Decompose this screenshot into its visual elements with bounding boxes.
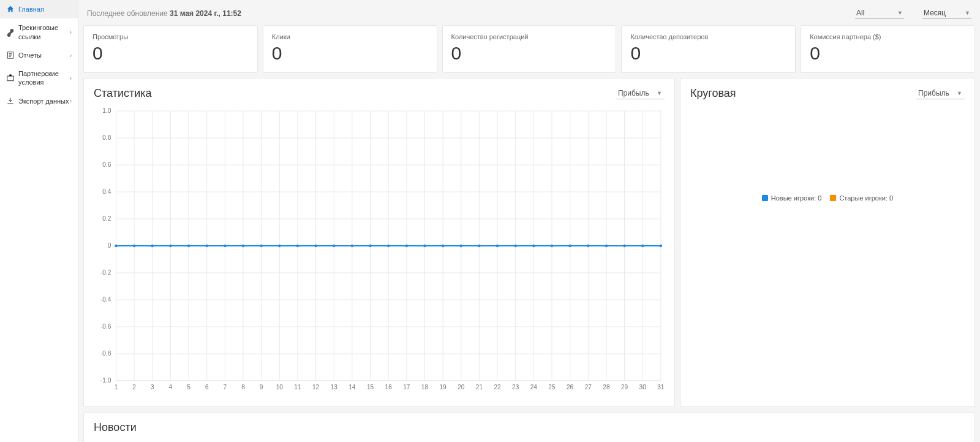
svg-point-107	[460, 245, 462, 247]
svg-point-106	[442, 245, 444, 247]
sidebar-item-home[interactable]: Главная	[0, 0, 78, 18]
filter-select-period[interactable]: Месяц ▼	[922, 7, 971, 19]
svg-text:8: 8	[241, 384, 245, 391]
stat-value: 0	[630, 44, 786, 63]
svg-point-111	[532, 245, 535, 247]
link-icon	[6, 28, 15, 37]
svg-point-116	[623, 245, 625, 247]
panel-news: Новости	[83, 412, 975, 442]
sidebar-item-tracking-links[interactable]: Трекинговые ссылки ›	[0, 18, 78, 46]
svg-point-109	[496, 245, 499, 247]
svg-point-103	[387, 245, 390, 247]
panel-header: Статистика Прибыль ▼	[94, 87, 665, 100]
filter-select-all[interactable]: All ▼	[855, 7, 904, 19]
svg-text:25: 25	[548, 384, 556, 391]
pie-metric-value: Прибыль	[918, 89, 949, 97]
svg-text:30: 30	[639, 384, 647, 391]
svg-point-97	[278, 245, 281, 247]
svg-text:0.6: 0.6	[102, 161, 111, 168]
svg-text:2: 2	[132, 384, 136, 391]
svg-text:29: 29	[621, 384, 628, 391]
svg-text:17: 17	[403, 384, 410, 391]
caret-down-icon: ▼	[965, 10, 970, 16]
svg-point-100	[333, 245, 335, 247]
legend-swatch	[762, 195, 768, 201]
line-chart-wrap: -1.0-0.8-0.6-0.4-0.200.20.40.60.81.01234…	[94, 106, 665, 394]
stat-title: Клики	[272, 33, 428, 40]
stat-value: 0	[810, 44, 966, 63]
svg-point-101	[351, 245, 353, 247]
filter-period-value: Месяц	[924, 9, 946, 17]
svg-text:1: 1	[115, 384, 118, 391]
stat-title: Комиссия партнера ($)	[810, 33, 966, 40]
stats-metric-select[interactable]: Прибыль ▼	[616, 88, 665, 99]
svg-point-99	[314, 245, 317, 247]
topbar: Последнее обновление 31 мая 2024 г., 11:…	[83, 5, 975, 25]
chevron-right-icon: ›	[70, 97, 72, 104]
svg-text:23: 23	[512, 384, 519, 391]
svg-text:14: 14	[349, 384, 356, 391]
stat-card-registrations[interactable]: Количество регистраций 0	[442, 25, 617, 73]
download-icon	[6, 97, 15, 105]
svg-text:18: 18	[421, 384, 429, 391]
report-icon	[6, 51, 15, 59]
stat-card-clicks[interactable]: Клики 0	[263, 25, 437, 73]
svg-text:24: 24	[530, 384, 538, 391]
svg-text:27: 27	[585, 384, 592, 391]
svg-text:12: 12	[312, 384, 320, 391]
svg-text:16: 16	[385, 384, 393, 391]
svg-text:5: 5	[187, 384, 190, 391]
panel-header: Круговая Прибыль ▼	[690, 87, 965, 100]
svg-text:6: 6	[205, 384, 209, 391]
panel-statistics: Статистика Прибыль ▼ -1.0-0.8-0.6-0.4-0.…	[83, 78, 675, 407]
pie-metric-select[interactable]: Прибыль ▼	[916, 88, 965, 99]
svg-text:0.4: 0.4	[102, 188, 111, 195]
svg-text:31: 31	[657, 384, 665, 391]
stat-value: 0	[92, 44, 249, 63]
svg-text:10: 10	[276, 384, 284, 391]
pie-legend: Новые игроки: 0 Старые игроки: 0	[690, 106, 965, 290]
caret-down-icon: ▼	[957, 90, 962, 96]
panel-pie: Круговая Прибыль ▼ Новые игроки: 0 Стары…	[680, 78, 975, 407]
legend-item-old-players: Старые игроки: 0	[830, 194, 893, 202]
svg-point-91	[169, 245, 172, 247]
svg-point-95	[242, 245, 244, 247]
sidebar-item-reports[interactable]: Отчеты ›	[0, 46, 78, 64]
sidebar-item-partner-terms[interactable]: Партнерские условия ›	[0, 64, 78, 92]
svg-text:4: 4	[169, 384, 173, 391]
sidebar-item-label: Трекинговые ссылки	[18, 23, 70, 41]
stat-card-depositors[interactable]: Количество депозитеров 0	[621, 25, 796, 73]
panels-row: Статистика Прибыль ▼ -1.0-0.8-0.6-0.4-0.…	[83, 78, 975, 407]
svg-point-108	[478, 245, 480, 247]
svg-text:0.2: 0.2	[102, 215, 111, 222]
caret-down-icon: ▼	[897, 10, 903, 16]
chevron-right-icon: ›	[70, 52, 72, 59]
line-chart: -1.0-0.8-0.6-0.4-0.200.20.40.60.81.01234…	[94, 106, 665, 394]
sidebar-item-label: Экспорт данных	[18, 97, 70, 105]
home-icon	[6, 5, 15, 13]
panel-title: Круговая	[690, 87, 736, 100]
update-prefix: Последнее обновление	[87, 9, 170, 18]
svg-text:28: 28	[603, 384, 610, 391]
legend-item-new-players: Новые игроки: 0	[762, 194, 822, 202]
svg-text:21: 21	[476, 384, 483, 391]
legend-label: Новые игроки: 0	[771, 194, 822, 202]
svg-point-92	[187, 245, 190, 247]
svg-point-118	[660, 245, 662, 247]
svg-point-98	[296, 245, 299, 247]
sidebar-item-export-data[interactable]: Экспорт данных ›	[0, 92, 78, 110]
svg-text:0: 0	[108, 242, 111, 249]
stat-card-views[interactable]: Просмотры 0	[83, 25, 258, 73]
svg-text:22: 22	[494, 384, 501, 391]
stat-card-commission[interactable]: Комиссия партнера ($) 0	[801, 25, 975, 73]
briefcase-icon	[6, 74, 15, 82]
stat-value: 0	[272, 44, 428, 63]
sidebar-item-label: Партнерские условия	[18, 69, 70, 87]
svg-text:20: 20	[458, 384, 465, 391]
svg-point-90	[151, 245, 154, 247]
svg-point-105	[423, 245, 426, 247]
panel-title: Статистика	[94, 87, 152, 100]
svg-text:7: 7	[224, 384, 227, 391]
svg-text:-1.0: -1.0	[100, 377, 111, 384]
svg-text:-0.8: -0.8	[100, 350, 111, 357]
